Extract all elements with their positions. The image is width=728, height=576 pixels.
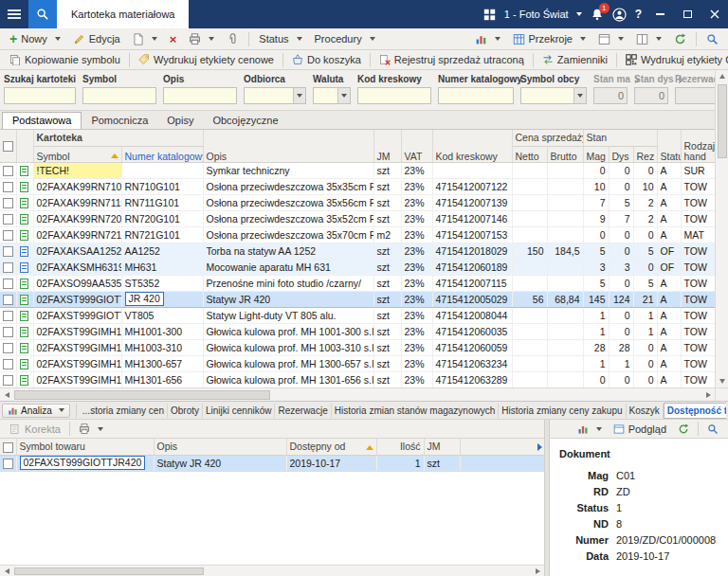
table-row[interactable]: 02FAXSO99AA5352 ST5352 Przenośne mini fo… (0, 275, 715, 291)
row-checkbox[interactable] (3, 262, 13, 273)
row-checkbox[interactable] (3, 246, 13, 257)
scroll-up-button[interactable] (716, 70, 728, 82)
bottom-tab[interactable]: Historia zmiany ceny zakupu (499, 404, 626, 418)
row-checkbox[interactable] (3, 459, 13, 469)
col-header-ilosc[interactable]: Ilość (376, 439, 424, 455)
table-row[interactable]: 02FAXST999GIOTTJR420 Statyw JR 420 2019-… (0, 455, 544, 471)
edit-button[interactable]: Edycja (67, 31, 126, 47)
quick-search-button[interactable] (701, 422, 724, 437)
row-checkbox[interactable] (3, 375, 13, 386)
bottom-h-scrollbar[interactable] (0, 565, 544, 576)
page-tab[interactable]: Pomocnicza (82, 113, 157, 129)
delete-button[interactable]: × (164, 32, 183, 46)
row-checkbox[interactable] (3, 198, 13, 208)
row-checkbox[interactable] (3, 343, 13, 353)
table-row[interactable]: 02FAXST99GIMH13 MH1300-657 Głowica kulow… (0, 355, 715, 371)
table-row[interactable]: 02FAXAK99RN7219 RN721G101 Osłona przeciw… (0, 226, 715, 243)
quick-search-button[interactable] (701, 31, 724, 47)
zamienniki-button[interactable]: Zamienniki (537, 52, 613, 67)
table-row[interactable]: 02FAXST99GIMH10 MH1001-300 Głowica kulow… (0, 323, 715, 339)
kod-kreskowy-input[interactable] (357, 87, 431, 104)
col-header-opis[interactable]: Opis (203, 130, 373, 162)
table-row[interactable]: 02FAXAK99RN7209 RN720G101 Osłona przeciw… (0, 210, 715, 226)
company-selector[interactable]: 1 - Foto Świat (504, 9, 582, 20)
print-button[interactable] (183, 31, 220, 47)
row-checkbox[interactable] (3, 230, 13, 241)
new-button[interactable]: + Nowy (4, 31, 66, 46)
table-row[interactable]: 02FAXST999GIOTTJR420 JR 420 Statyw JR 42… (0, 291, 715, 307)
col-header-netto[interactable]: Netto (512, 146, 547, 162)
przekroje-button[interactable]: Przekroje (507, 31, 592, 47)
row-checkbox[interactable] (3, 279, 13, 289)
row-checkbox[interactable] (3, 327, 13, 337)
row-checkbox[interactable] (3, 359, 13, 369)
row-checkbox[interactable] (3, 311, 13, 321)
scroll-left-button[interactable] (0, 388, 13, 401)
scroll-right-button[interactable] (701, 388, 715, 401)
copy-symbol-button[interactable]: Kopiowanie symbolu (4, 52, 126, 67)
korekta-button[interactable]: Korekta (4, 422, 66, 437)
attachment-button[interactable] (221, 31, 245, 47)
add-to-basket-button[interactable]: Do koszyka (286, 52, 367, 67)
row-checkbox[interactable] (3, 295, 13, 305)
h-scroll-thumb[interactable] (14, 390, 270, 400)
row-checkbox[interactable] (3, 182, 13, 192)
global-search-button[interactable] (28, 0, 57, 28)
dropdown-button[interactable] (337, 88, 350, 103)
scroll-right-button[interactable] (531, 566, 544, 576)
numer-katalogowy-input[interactable] (438, 87, 514, 104)
h-scrollbar[interactable] (0, 387, 715, 401)
col-header-dostepny-od[interactable]: Dostępny od (286, 439, 376, 455)
bottom-tab[interactable]: Dostępność towarów (664, 403, 726, 419)
columns-menu-button[interactable] (630, 31, 667, 47)
row-checkbox[interactable] (3, 214, 13, 225)
table-row[interactable]: 02FAXAK99RN7109 RN710G101 Osłona przeciw… (0, 178, 715, 194)
header-checkbox[interactable] (3, 442, 13, 453)
col-header-opis[interactable]: Opis (154, 439, 286, 455)
refresh-button[interactable] (672, 422, 695, 437)
chart-menu-button[interactable] (572, 422, 608, 437)
bottom-tab[interactable]: Obroty (168, 404, 203, 418)
col-header-rodzaj[interactable]: Rodzaj hand (681, 130, 715, 162)
symbol-input[interactable] (82, 87, 156, 104)
col-header-symbol-towaru[interactable]: Symbol towaru (16, 439, 154, 455)
table-row[interactable]: !TECH! Symkar techniczny szt 23% 0 0 0 A… (0, 162, 715, 178)
col-header-jm[interactable]: JM (373, 130, 401, 162)
col-header-brutto[interactable]: Brutto (547, 146, 583, 162)
bottom-print-button[interactable] (73, 422, 109, 437)
dropdown-button[interactable] (573, 88, 586, 103)
bottom-tab[interactable]: Rezerwacje (275, 404, 331, 418)
document-menu-button[interactable] (127, 31, 163, 47)
minimize-button[interactable] (650, 5, 669, 24)
scroll-down-button[interactable] (716, 375, 728, 387)
table-row[interactable]: 02FAXST99GIMH13 MH1301-656 Głowica kulow… (0, 371, 715, 387)
table-row[interactable]: 02FAXAK99RN7119 RN711G101 Osłona przeciw… (0, 194, 715, 210)
bottom-tab[interactable]: ...storia zmiany cen (80, 404, 168, 418)
dropdown-button[interactable] (293, 88, 305, 103)
search-kartoteki-input[interactable] (4, 87, 76, 104)
col-header-numer-katalogowy[interactable]: Numer katalogowy (121, 146, 203, 162)
maximize-button[interactable] (678, 5, 697, 24)
table-row[interactable]: 02FAXAKSMH63199 MH631 Mocowanie aparatu … (0, 259, 715, 275)
table-row[interactable]: 02FAXST999GIOTTVT805 VT805 Statyw Light-… (0, 307, 715, 323)
col-header-kod-kreskowy[interactable]: Kod kreskowy (432, 130, 512, 162)
scroll-left-button[interactable] (0, 566, 13, 576)
bottom-tab[interactable]: Koszyk (627, 404, 664, 418)
analiza-button[interactable]: Analiza (2, 404, 70, 418)
bottom-tab[interactable]: Historia zmian stanów magazynowych (332, 404, 500, 418)
procedury-button[interactable]: Procedury (309, 31, 381, 46)
view-menu-button[interactable] (592, 31, 629, 47)
chart-menu-button[interactable] (469, 31, 506, 47)
row-checkbox[interactable] (3, 166, 13, 176)
page-tab[interactable]: Podstawowa (2, 112, 82, 129)
col-header-symbol[interactable]: Symbol (33, 146, 121, 162)
menu-button[interactable] (0, 0, 28, 28)
col-header-rez[interactable]: Rez (633, 146, 657, 162)
user-button[interactable] (612, 8, 627, 22)
col-header-dys[interactable]: Dys (609, 146, 633, 162)
print-qr-labels-button[interactable]: Wydrukuj etykiety QR (620, 52, 728, 67)
table-row[interactable]: 02FAXST99GIMH10 MH1003-310 Głowica kulow… (0, 339, 715, 355)
col-header-vat[interactable]: VAT (401, 130, 432, 162)
col-header-status[interactable]: Status (657, 130, 681, 162)
preview-button[interactable]: Podgląd (608, 422, 672, 437)
